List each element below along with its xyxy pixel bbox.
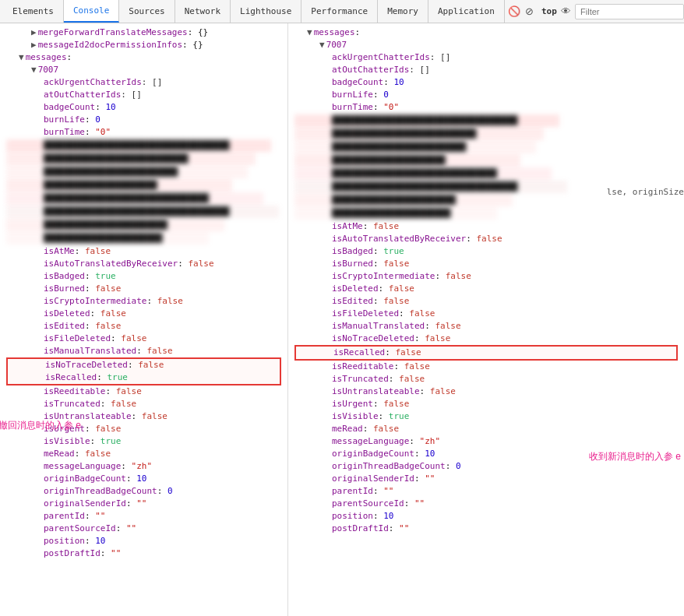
collapse-arrow-icon: ▶ [31,39,37,51]
tab-application[interactable]: Application [428,0,505,23]
list-item: isFileDeleted: false [294,308,678,320]
overflow-text: lse, originSize [607,187,684,197]
list-item-isnotracedeleted: isNoTraceDeleted: false [6,357,281,371]
list-item: originalSenderId: "" [6,498,281,510]
list-item-blurred: ███████████████████████ [6,232,209,245]
list-item: parentId: "" [294,485,678,498]
list-item: meRead: false [294,423,678,435]
list-item: burnLife: 0 [6,114,281,126]
list-item: messageLanguage: "zh" [294,435,678,448]
list-item: isReeditable: false [294,361,678,373]
tab-bar: Elements Console Sources Network Lightho… [3,0,505,23]
list-item: isBadged: true [6,270,281,283]
tab-sources[interactable]: Sources [119,0,175,23]
left-panel[interactable]: ▶ mergeForwardTranslateMessages: {} ▶ me… [0,23,288,616]
list-item-blurred: ██████████████████████ [6,179,232,192]
list-item-blurred: ██████████████████████████ [294,141,536,153]
list-item-isrecalled: isRecalled: true [6,371,281,385]
filter-toggle-button[interactable]: ⊘ [524,3,535,20]
list-item: ▶ mergeForwardTranslateMessages: {} [6,26,281,39]
tab-console[interactable]: Console [64,0,119,23]
list-item: atOutChatterIds: [] [6,89,281,101]
list-item-blurred: ████████████████████████████████████ [6,139,271,152]
console-body: ▶ mergeForwardTranslateMessages: {} ▶ me… [0,23,684,616]
list-item: originBadgeCount: 10 [294,448,678,460]
list-item-isrecalled-right: isRecalled: false [294,345,678,361]
list-item: isReeditable: false [6,385,281,398]
expand-arrow-icon[interactable]: ▼ [31,64,37,76]
list-item: isFileDeleted: false [6,333,281,345]
tab-elements[interactable]: Elements [3,0,64,23]
expand-arrow-icon[interactable]: ▼ [307,26,312,39]
tab-lighthouse[interactable]: Lighthouse [231,0,301,23]
list-item-blurred: ███████████████████████ [294,207,497,220]
list-item: ackUrgentChatterIds: [] [6,76,281,89]
list-item-blurred: ████████████████████████████ [294,128,544,140]
list-item: isBadged: true [294,245,678,258]
list-item: ackUrgentChatterIds: [] [294,51,678,64]
collapse-arrow-icon: ▶ [31,26,37,39]
list-item: parentSourceId: "" [6,523,281,535]
top-level-selector: top [541,6,557,16]
list-item: atOutChatterIds: [] [294,64,678,76]
list-item-blurred: ████████████████████████ [6,219,224,231]
list-item: isAtMe: false [294,220,678,233]
list-item: meRead: false [6,448,281,460]
list-item: postDraftId: "" [6,547,281,560]
list-item: ▼ 7007 [294,39,678,51]
list-item: ▼ 7007 [6,64,281,76]
tab-memory[interactable]: Memory [378,0,428,23]
list-item: isTruncated: false [6,398,281,410]
expand-arrow-icon[interactable]: ▼ [19,51,24,64]
list-item-blurred: ████████████████████████████████████ [294,114,559,127]
list-item-blurred: ████████████████████████████████ [6,192,263,205]
list-item: isAutoTranslatedByReceiver: false [6,258,281,270]
right-tree: ▼ messages: ▼ 7007 ackUrgentChatterIds: … [288,26,684,535]
list-item: isEdited: false [6,320,281,333]
list-item: originBadgeCount: 10 [6,473,281,485]
list-item: position: 10 [294,510,678,523]
list-item: ▼ messages: [6,51,281,64]
list-item-blurred: ████████████████████████████████████ [294,181,567,193]
list-item-isnotracedeleted-right: isNoTraceDeleted: false [294,333,678,345]
list-item: isEdited: false [294,295,678,308]
list-item: isManualTranslated: false [6,345,281,357]
list-item: isUntranslateable: false [6,410,281,423]
list-item: postDraftId: "" [294,523,678,535]
list-item: burnTime: "0" [6,126,281,139]
toolbar-controls: 🚫 ⊘ top 👁 Custom levels ▼ [508,0,684,23]
tab-performance[interactable]: Performance [301,0,378,23]
list-item: ▼ messages: [294,26,678,39]
list-item: burnTime: "0" [294,101,678,114]
toolbar: Elements Console Sources Network Lightho… [0,0,684,23]
list-item: originThreadBadgeCount: 0 [6,485,281,498]
list-item: badgeCount: 10 [294,76,678,89]
list-item-blurred: ████████████████████████████ [6,153,256,165]
list-item: burnLife: 0 [294,89,678,101]
list-item: parentId: "" [6,510,281,523]
list-item: isAutoTranslatedByReceiver: false [294,233,678,245]
list-item: originThreadBadgeCount: 0 [294,460,678,473]
clear-console-button[interactable]: 🚫 [508,3,520,20]
expand-arrow-icon[interactable]: ▼ [319,39,325,51]
list-item-blurred: ████████████████████████ [294,194,513,206]
list-item-blurred: ██████████████████████████ [6,166,248,178]
list-item: isUrgent: false [6,423,281,435]
list-item: isBurned: false [294,258,678,270]
list-item: originalSenderId: "" [294,473,678,485]
right-panel[interactable]: ▼ messages: ▼ 7007 ackUrgentChatterIds: … [288,23,684,616]
list-item: messageLanguage: "zh" [6,460,281,473]
list-item: position: 10 [6,535,281,547]
list-item: isUrgent: false [294,398,678,410]
tab-network[interactable]: Network [175,0,231,23]
list-item: isDeleted: false [294,283,678,295]
filter-input[interactable] [575,4,684,19]
list-item: parentSourceId: "" [294,498,678,510]
list-item: isTruncated: false [294,373,678,385]
list-item: isBurned: false [6,283,281,295]
list-item: isCryptoIntermediate: false [294,270,678,283]
list-item-blurred: ██████████████████████ [294,154,520,167]
list-item-blurred: ████████████████████████████████ [294,167,552,180]
eye-button[interactable]: 👁 [560,3,572,20]
left-tree: ▶ mergeForwardTranslateMessages: {} ▶ me… [0,26,287,560]
